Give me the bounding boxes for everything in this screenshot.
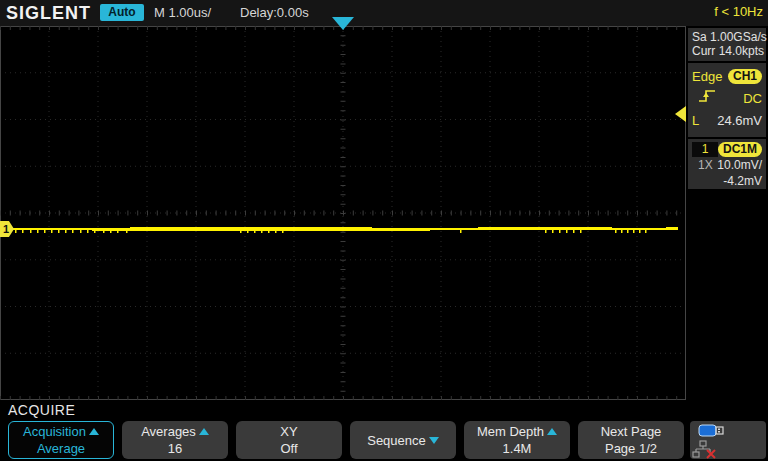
softkey-label: Mem Depth xyxy=(477,423,544,440)
softkey-label: Next Page xyxy=(601,423,662,440)
acquisition-status-panel: Sa 1.00GSa/s Curr 14.0kpts xyxy=(688,28,766,61)
status-sidebar: Sa 1.00GSa/s Curr 14.0kpts Edge CH1 DC L… xyxy=(686,26,768,461)
vertical-scale-readout: 10.0mV/ xyxy=(717,158,762,172)
usb-icon xyxy=(699,425,723,436)
connectivity-status-panel xyxy=(690,421,766,459)
graticule xyxy=(0,26,686,400)
vertical-offset-readout: -4.2mV xyxy=(723,174,762,188)
trigger-source-badge: CH1 xyxy=(728,69,762,84)
delay-readout: Delay:0.00s xyxy=(240,5,309,20)
rising-edge-icon xyxy=(692,89,716,107)
channel-number-badge: 1 xyxy=(692,142,718,157)
memory-depth-readout: Curr 14.0kpts xyxy=(692,44,762,58)
timebase-readout: M 1.00us/ xyxy=(154,5,211,20)
channel1-status-panel[interactable]: 1 DC1M 1X 10.0mV/ -4.2mV xyxy=(688,139,766,189)
probe-attenuation-readout: 1X xyxy=(692,158,713,172)
softkey-value: 16 xyxy=(168,440,182,457)
softkey-label: Acquisition xyxy=(23,423,86,440)
down-arrow-icon xyxy=(429,437,439,444)
softkey-value: Off xyxy=(280,440,297,457)
softkey-xy[interactable]: XY Off xyxy=(236,421,342,459)
softkey-label: Averages xyxy=(141,423,196,440)
softkey-averages[interactable]: Averages 16 xyxy=(122,421,228,459)
trigger-level-label: L xyxy=(692,113,699,128)
up-arrow-icon xyxy=(89,428,99,435)
menu-title: ACQUIRE xyxy=(8,402,75,418)
up-arrow-icon xyxy=(547,428,557,435)
softkey-sequence[interactable]: Sequence xyxy=(350,421,456,459)
channel-coupling-badge: DC1M xyxy=(718,142,762,157)
softkey-label: XY xyxy=(280,423,297,440)
trigger-coupling-readout: DC xyxy=(743,91,762,106)
sample-rate-readout: Sa 1.00GSa/s xyxy=(692,30,762,44)
softkey-mem-depth[interactable]: Mem Depth 1.4M xyxy=(464,421,570,459)
lan-disconnected-icon xyxy=(693,441,715,458)
up-arrow-icon xyxy=(199,428,209,435)
trigger-mode-badge[interactable]: Auto xyxy=(100,4,144,21)
trigger-level-readout: 24.6mV xyxy=(717,113,762,128)
trigger-status-panel: Edge CH1 DC L 24.6mV xyxy=(688,63,766,137)
brand-logo: SIGLENT xyxy=(6,3,91,24)
trigger-frequency-readout: f < 10Hz xyxy=(714,4,763,19)
softkey-acquisition[interactable]: Acquisition Average xyxy=(8,421,114,459)
waveform-display-area xyxy=(0,26,686,400)
oscilloscope-screen: SIGLENT Auto M 1.00us/ Delay:0.00s f < 1… xyxy=(0,0,768,461)
softkey-value: 1.4M xyxy=(503,440,532,457)
softkey-next-page[interactable]: Next Page Page 1/2 xyxy=(578,421,684,459)
softkey-label: Sequence xyxy=(367,432,426,449)
trigger-type-label: Edge xyxy=(692,69,722,84)
softkey-value: Average xyxy=(37,440,85,457)
top-status-bar: SIGLENT Auto M 1.00us/ Delay:0.00s f < 1… xyxy=(0,0,768,26)
softkey-value: Page 1/2 xyxy=(605,440,657,457)
